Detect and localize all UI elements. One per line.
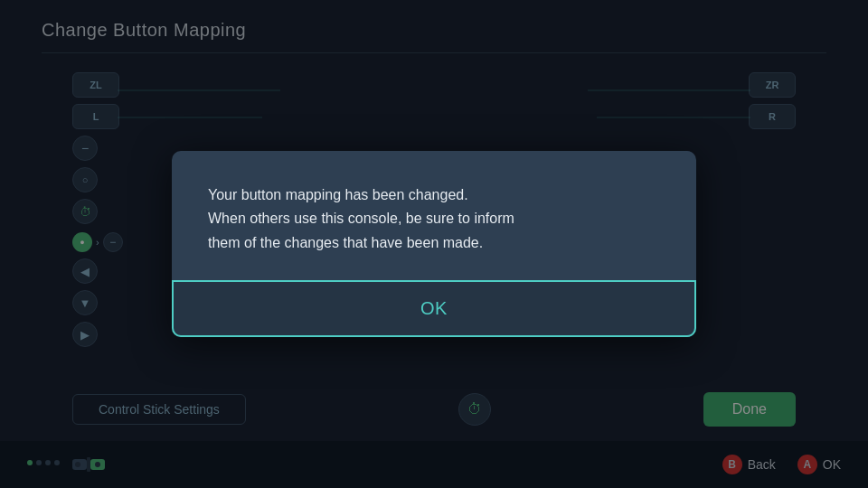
dialog-overlay: Your button mapping has been changed.Whe… xyxy=(0,0,868,488)
dialog-box: Your button mapping has been changed.Whe… xyxy=(172,151,696,337)
dialog-ok-button[interactable]: OK xyxy=(172,280,696,337)
dialog-message: Your button mapping has been changed.Whe… xyxy=(208,183,660,255)
